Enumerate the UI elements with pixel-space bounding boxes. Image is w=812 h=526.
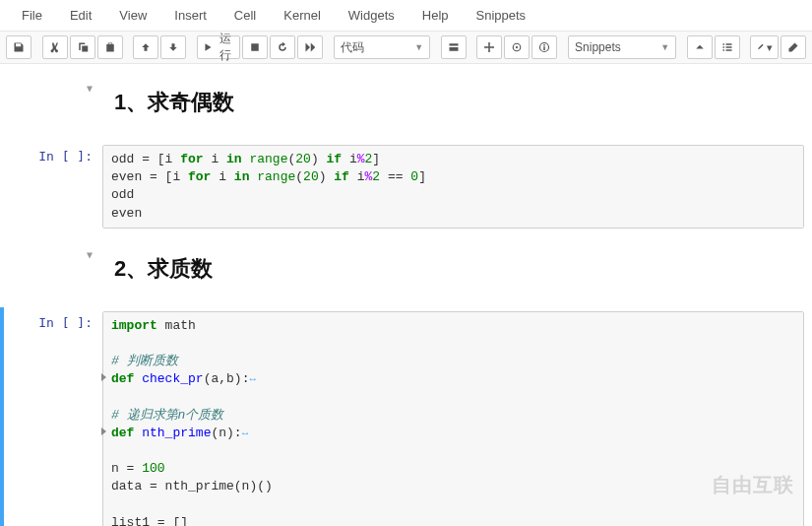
copy-button[interactable]	[70, 35, 95, 59]
menu-snippets[interactable]: Snippets	[463, 2, 540, 29]
input-prompt: In [ ]:	[38, 149, 93, 164]
menu-insert[interactable]: Insert	[160, 2, 220, 29]
chevron-up-icon[interactable]	[687, 35, 713, 59]
heading-2: 2、求质数	[102, 248, 804, 292]
collapse-icon[interactable]: ▼	[87, 83, 93, 94]
list-icon[interactable]	[715, 35, 740, 59]
menu-widgets[interactable]: Widgets	[335, 2, 408, 29]
interrupt-button[interactable]	[242, 35, 268, 59]
caret-down-icon: ▼	[414, 42, 423, 52]
notebook-container: ▼ 1、求奇偶数 In [ ]: odd = [i for i in range…	[0, 64, 812, 526]
collapse-icon[interactable]: ▼	[87, 249, 93, 260]
code-cell[interactable]: In [ ]: import math # 判断质数def check_pr(a…	[0, 307, 812, 526]
cut-button[interactable]	[42, 35, 68, 59]
menu-help[interactable]: Help	[408, 2, 463, 29]
caret-down-icon: ▾	[767, 41, 773, 54]
markdown-output: 1、求奇偶数	[102, 76, 804, 131]
code-editor[interactable]: import math # 判断质数def check_pr(a,b):↔ # …	[103, 312, 803, 526]
menu-file[interactable]: File	[8, 2, 56, 29]
brush-icon[interactable]: ▾	[750, 35, 779, 59]
toolbar: 运行 代码▼ Snippets▼ ▾	[0, 32, 812, 64]
svg-point-2	[516, 46, 518, 48]
menu-edit[interactable]: Edit	[56, 2, 105, 29]
menubar: FileEditViewInsertCellKernelWidgetsHelpS…	[0, 0, 812, 32]
info-icon[interactable]	[531, 35, 557, 59]
celltype-label: 代码	[341, 39, 364, 56]
input-prompt: In [ ]:	[38, 315, 93, 330]
code-editor[interactable]: odd = [i for i in range(20) if i%2]even …	[103, 146, 803, 228]
heading-1: 1、求奇偶数	[102, 82, 804, 125]
run-label: 运行	[216, 31, 235, 64]
restart-button[interactable]	[270, 35, 295, 59]
celltype-select[interactable]: 代码▼	[334, 35, 430, 59]
paste-button[interactable]	[97, 35, 123, 59]
target-icon[interactable]	[504, 35, 530, 59]
save-button[interactable]	[6, 35, 31, 59]
snippets-label: Snippets	[575, 40, 621, 54]
markdown-output: 2、求质数	[102, 242, 804, 297]
snippets-select[interactable]: Snippets▼	[568, 35, 676, 59]
markdown-cell[interactable]: ▼ 2、求质数	[0, 238, 812, 301]
run-button[interactable]: 运行	[197, 35, 240, 59]
menu-cell[interactable]: Cell	[220, 2, 270, 29]
menu-view[interactable]: View	[105, 2, 160, 29]
move-icon[interactable]	[476, 35, 502, 59]
svg-rect-4	[544, 46, 546, 50]
move-up-button[interactable]	[133, 35, 158, 59]
caret-down-icon: ▼	[660, 42, 669, 52]
svg-rect-5	[544, 44, 546, 46]
eraser-icon[interactable]	[781, 35, 806, 59]
command-palette-button[interactable]	[441, 35, 467, 59]
markdown-cell[interactable]: ▼ 1、求奇偶数	[0, 72, 812, 135]
code-cell[interactable]: In [ ]: odd = [i for i in range(20) if i…	[0, 141, 812, 232]
svg-rect-0	[252, 43, 260, 51]
menu-kernel[interactable]: Kernel	[270, 2, 335, 29]
run-all-button[interactable]	[297, 35, 323, 59]
move-down-button[interactable]	[160, 35, 186, 59]
